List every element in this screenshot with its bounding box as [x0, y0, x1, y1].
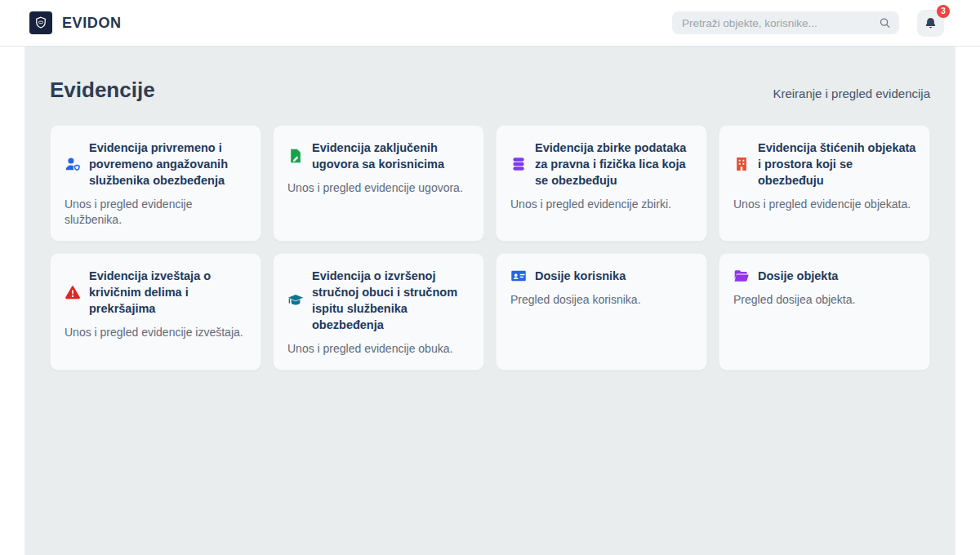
card-title: Evidencija izveštaja o krivičnim delima …: [89, 268, 248, 317]
app-logo: [29, 11, 52, 34]
bell-icon: [924, 16, 938, 30]
user-shield-icon: [65, 156, 81, 172]
folder-open-icon: [733, 268, 750, 284]
app-header: EVIDON 3: [0, 0, 980, 47]
cards-grid: Evidencija privremeno i povremeno angažo…: [50, 125, 930, 371]
brand: EVIDON: [29, 11, 122, 34]
card-dosije-korisnika[interactable]: Dosije korisnika Pregled dosijea korisni…: [496, 253, 707, 371]
card-evidencija-zbirke[interactable]: Evidencija zbirke podataka za pravna i f…: [496, 125, 707, 242]
card-evidencija-izvestaja[interactable]: Evidencija izveštaja o krivičnim delima …: [50, 253, 261, 371]
shield-logo-icon: [33, 16, 48, 30]
notifications-button[interactable]: 3: [917, 10, 944, 37]
card-description: Pregled dosijea objekta.: [733, 292, 917, 308]
card-title: Evidencija štićenih objekata i prostora …: [758, 140, 917, 189]
main-content: Evidencije Kreiranje i pregled evidencij…: [24, 47, 956, 555]
id-card-icon: [510, 268, 527, 284]
card-title: Dosije objekta: [758, 268, 838, 284]
card-description: Unos i pregled evidencije izveštaja.: [65, 325, 248, 340]
page-subtitle: Kreiranje i pregled evidencija: [773, 87, 930, 103]
card-description: Unos i pregled evidencije službenika.: [65, 197, 248, 228]
brand-name: EVIDON: [62, 15, 122, 32]
card-title: Evidencija o izvršenoj stručnoj obuci i …: [312, 268, 471, 333]
card-description: Unos i pregled evidencije zbirki.: [510, 197, 694, 212]
card-description: Pregled dosijea korisnika.: [510, 292, 694, 308]
file-pen-icon: [287, 148, 304, 164]
card-description: Unos i pregled evidencije objekata.: [733, 197, 917, 212]
database-icon: [510, 156, 527, 172]
card-evidencija-objekata[interactable]: Evidencija štićenih objekata i prostora …: [719, 125, 930, 242]
search-bar: [672, 11, 899, 34]
page-title: Evidencije: [50, 78, 155, 103]
card-title: Evidencija zbirke podataka za pravna i f…: [535, 140, 694, 189]
graduation-cap-icon: [287, 292, 304, 309]
card-dosije-objekta[interactable]: Dosije objekta Pregled dosijea objekta.: [719, 253, 930, 371]
card-evidencija-sluzbenika[interactable]: Evidencija privremeno i povremeno angažo…: [50, 125, 261, 242]
card-evidencija-obuka[interactable]: Evidencija o izvršenoj stručnoj obuci i …: [273, 253, 484, 371]
warning-triangle-icon: [65, 284, 81, 300]
building-icon: [733, 156, 750, 172]
search-icon[interactable]: [879, 17, 891, 29]
card-description: Unos i pregled evidencije obuka.: [287, 341, 471, 357]
notification-badge: 3: [937, 5, 950, 18]
card-evidencija-ugovora[interactable]: Evidencija zaključenih ugovora sa korisn…: [273, 125, 484, 242]
card-title: Dosije korisnika: [535, 268, 626, 284]
card-title: Evidencija privremeno i povremeno angažo…: [89, 140, 248, 189]
search-input[interactable]: [672, 11, 899, 34]
card-title: Evidencija zaključenih ugovora sa korisn…: [312, 140, 471, 172]
card-description: Unos i pregled evidencije ugovora.: [287, 180, 471, 196]
